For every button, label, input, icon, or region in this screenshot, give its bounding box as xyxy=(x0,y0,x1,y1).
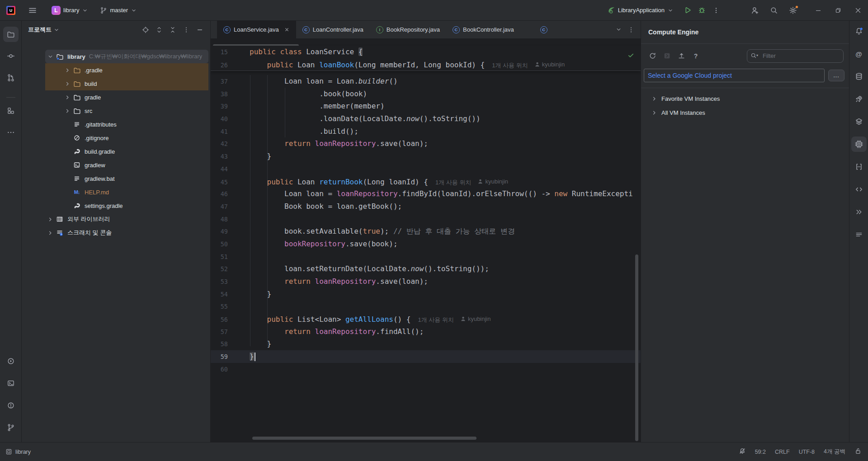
tree-item-HELP.md[interactable]: M↓HELP.md xyxy=(22,185,210,199)
author-inlay-hint[interactable]: kyubinjin xyxy=(534,58,565,71)
refresh-button[interactable] xyxy=(646,50,658,62)
chevron-right-icon[interactable] xyxy=(651,95,658,102)
author-inlay-hint[interactable]: kyubinjin xyxy=(460,313,491,325)
caret-position[interactable]: 59:2 xyxy=(755,449,766,455)
code-line-53[interactable]: 53 return loanRepository.save(loan); xyxy=(211,275,641,288)
tool-button-run-anything[interactable] xyxy=(851,204,867,220)
filter-input[interactable] xyxy=(747,49,844,63)
tool-button-terminal[interactable] xyxy=(3,376,19,391)
tree-item-gradlew[interactable]: gradlew xyxy=(22,158,210,172)
tool-button-problems[interactable] xyxy=(3,398,19,413)
usages-inlay-hint[interactable]: 1개 사용 위치 xyxy=(492,62,528,69)
tool-button-build-lines[interactable] xyxy=(851,227,867,242)
tool-button-compute-engine[interactable] xyxy=(851,136,867,152)
window-minimize-button[interactable] xyxy=(808,0,828,21)
code-line-40[interactable]: 40 .loanDate(LocalDate.now().toString()) xyxy=(211,113,641,125)
tab-BookRepository.java[interactable]: IBookRepository.java xyxy=(370,21,446,38)
code-line-15[interactable]: 15public class LoanService { xyxy=(211,46,641,58)
tree-item-.gradle[interactable]: .gradle xyxy=(22,63,210,77)
code-line-54[interactable]: 54 } xyxy=(211,288,641,301)
code-line-60[interactable]: 60 xyxy=(211,363,641,376)
tool-button-layers[interactable] xyxy=(851,114,867,129)
tree-item-스크래치-및-콘솔[interactable]: 스크래치 및 콘솔 xyxy=(22,226,210,240)
project-widget[interactable]: L library xyxy=(49,3,91,18)
upload-button[interactable] xyxy=(675,50,687,62)
line-separator[interactable]: CRLF xyxy=(775,449,790,455)
code-line-55[interactable]: 55 xyxy=(211,300,641,313)
google-cloud-project-field[interactable]: Select a Google Cloud project xyxy=(644,69,825,82)
code-line-39[interactable]: 39 .member(member) xyxy=(211,100,641,113)
tool-button-commit[interactable] xyxy=(3,48,19,64)
code-line-46[interactable]: 46 Loan loan = loanRepository.findById(l… xyxy=(211,188,641,200)
code-line-41[interactable]: 41 .build(); xyxy=(211,125,641,138)
code-line-38[interactable]: 38 .book(book) xyxy=(211,88,641,100)
code-line-48[interactable]: 48 xyxy=(211,213,641,226)
author-inlay-hint[interactable]: kyubinjin xyxy=(477,175,508,188)
horizontal-scrollbar-bottom[interactable] xyxy=(252,437,476,440)
code-line-59[interactable]: 59} xyxy=(211,350,641,363)
tool-button-pull-requests[interactable] xyxy=(3,70,19,85)
expand-all-button[interactable] xyxy=(153,24,165,36)
code-line-58[interactable]: 58 } xyxy=(211,338,641,350)
tree-item-.gitignore[interactable]: .gitignore xyxy=(22,131,210,145)
hide-button[interactable] xyxy=(194,24,206,36)
chevron-right-icon[interactable] xyxy=(651,109,658,116)
tree-item-src[interactable]: src xyxy=(22,104,210,118)
tab-LoanService.java[interactable]: CLoanService.java xyxy=(217,21,296,38)
read-only-toggle[interactable] xyxy=(854,447,862,456)
chevron-down-icon[interactable] xyxy=(45,53,55,60)
tool-button-version-control[interactable] xyxy=(3,420,19,435)
code-line-50[interactable]: 50 bookRepository.save(book); xyxy=(211,238,641,250)
run-script-button[interactable] xyxy=(661,50,673,62)
tree-item-library[interactable]: libraryC:₩규빈₩이화여대₩gdsc₩library₩library xyxy=(22,50,210,63)
collapse-all-button[interactable] xyxy=(167,24,179,36)
tree-item-gradlew.bat[interactable]: gradlew.bat xyxy=(22,172,210,185)
tool-button-database[interactable] xyxy=(851,69,867,84)
vm-tree-item-favorite-vm-instances[interactable]: Favorite VM Instances xyxy=(641,92,849,106)
tree-item-.gitattributes[interactable]: .gitattributes xyxy=(22,118,210,131)
code-line-52[interactable]: 52 loan.setReturnDate(LocalDate.now().to… xyxy=(211,263,641,275)
tree-item-gradle[interactable]: gradle xyxy=(22,90,210,104)
tool-button-services[interactable] xyxy=(3,353,19,369)
tab-BookController.java[interactable]: CBookController.java xyxy=(446,21,520,38)
hidden-tabs-button[interactable] xyxy=(613,24,624,36)
chevron-right-icon[interactable] xyxy=(62,80,72,87)
code-line-56[interactable]: 56 public List<Loan> getAllLoans() {1개 사… xyxy=(211,313,641,325)
code-line-49[interactable]: 49 book.setAvailable(true); // 반납 후 대출 가… xyxy=(211,225,641,238)
code-line-51[interactable]: 51 xyxy=(211,250,641,263)
code-line-45[interactable]: 45 public Loan returnBook(Long loanId) {… xyxy=(211,175,641,188)
code-line-36[interactable]: 36 xyxy=(211,71,641,75)
code-with-me-button[interactable] xyxy=(748,3,762,18)
code-line-26[interactable]: 26 public Loan loanBook(Long memberId, L… xyxy=(211,58,641,71)
select-project-link[interactable]: Select a Google Cloud project xyxy=(648,72,732,79)
browse-projects-button[interactable]: ... xyxy=(828,70,844,81)
chevron-right-icon[interactable] xyxy=(62,108,72,114)
tree-item-build.gradle[interactable]: build.gradle xyxy=(22,145,210,158)
tab-overflow[interactable]: C xyxy=(536,21,552,38)
notifications-disabled-button[interactable] xyxy=(739,447,746,456)
chevron-right-icon[interactable] xyxy=(62,94,72,101)
inspections-ok-icon[interactable] xyxy=(627,52,634,59)
run-configuration-widget[interactable]: LibraryApplication xyxy=(604,3,676,18)
vcs-widget[interactable]: master xyxy=(97,3,140,18)
debug-button[interactable] xyxy=(694,3,709,18)
indent-style[interactable]: 4개 공백 xyxy=(824,448,845,456)
code-line-57[interactable]: 57 return loanRepository.findAll(); xyxy=(211,325,641,338)
usages-inlay-hint[interactable]: 1개 사용 위치 xyxy=(418,316,453,323)
tool-button-ai-spiral[interactable]: @ xyxy=(851,46,867,61)
code-line-47[interactable]: 47 Book book = loan.getBook(); xyxy=(211,200,641,213)
help-button[interactable]: ? xyxy=(690,50,702,62)
vertical-scrollbar[interactable] xyxy=(635,254,638,441)
chevron-right-icon[interactable] xyxy=(45,230,55,236)
tool-button-notifications-bell[interactable] xyxy=(851,24,867,39)
tree-item-settings.gradle[interactable]: settings.gradle xyxy=(22,199,210,212)
more-vertical-button[interactable] xyxy=(180,24,192,36)
main-menu-button[interactable] xyxy=(25,3,40,18)
vm-tree-item-all-vm-instances[interactable]: All VM Instances xyxy=(641,106,849,120)
close-tab-icon[interactable] xyxy=(284,27,290,33)
chevron-right-icon[interactable] xyxy=(45,216,55,223)
chevron-right-icon[interactable] xyxy=(62,67,72,74)
chevron-down-icon[interactable] xyxy=(53,27,60,33)
tree-item-build[interactable]: build xyxy=(22,77,210,90)
tool-button-more-tool-windows[interactable] xyxy=(3,125,19,140)
